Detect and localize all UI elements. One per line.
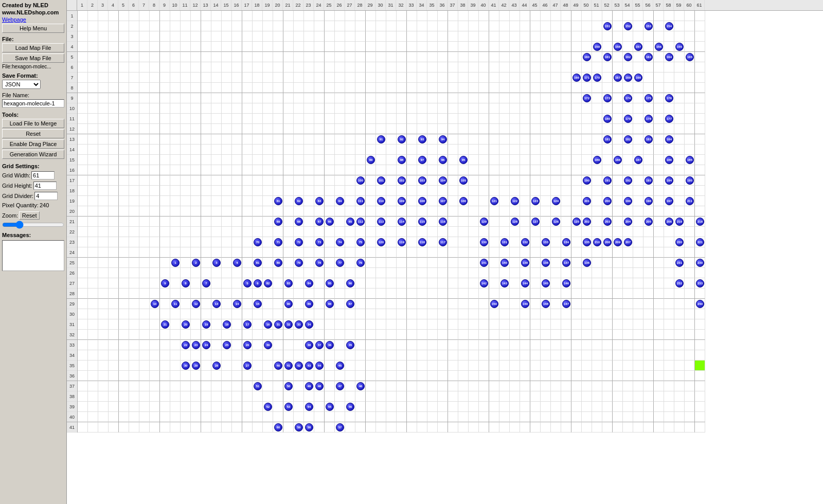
- cell-53-7[interactable]: 167: [613, 73, 623, 83]
- cell-28-15[interactable]: [355, 155, 366, 165]
- cell-10-28[interactable]: [170, 289, 181, 299]
- cell-41-2[interactable]: [489, 21, 499, 31]
- cell-35-10[interactable]: [427, 103, 438, 114]
- cell-54-40[interactable]: [623, 412, 633, 422]
- cell-3-20[interactable]: [98, 206, 109, 217]
- cell-43-7[interactable]: [510, 73, 520, 83]
- cell-46-2[interactable]: [541, 21, 551, 31]
- cell-20-18[interactable]: [273, 186, 283, 196]
- cell-24-37[interactable]: 48: [314, 381, 325, 391]
- cell-37-4[interactable]: [448, 42, 458, 52]
- cell-58-29[interactable]: [664, 299, 674, 309]
- cell-43-6[interactable]: [510, 62, 520, 73]
- cell-44-29[interactable]: 149: [520, 299, 530, 309]
- cell-21-41[interactable]: [283, 422, 294, 433]
- cell-14-2[interactable]: [211, 21, 222, 31]
- cell-12-1[interactable]: [191, 11, 201, 21]
- led-78[interactable]: 78: [315, 259, 324, 267]
- cell-12-12[interactable]: [191, 124, 201, 134]
- cell-8-12[interactable]: [150, 124, 160, 134]
- cell-12-27[interactable]: [191, 278, 201, 289]
- cell-52-3[interactable]: [602, 31, 613, 42]
- cell-37-22[interactable]: [448, 227, 458, 237]
- cell-47-18[interactable]: [551, 186, 561, 196]
- cell-36-21[interactable]: 116: [438, 217, 448, 227]
- cell-58-5[interactable]: 164: [664, 52, 674, 62]
- cell-48-4[interactable]: [561, 42, 571, 52]
- cell-25-6[interactable]: [325, 62, 335, 73]
- cell-20-28[interactable]: [273, 289, 283, 299]
- cell-3-40[interactable]: [98, 412, 109, 422]
- cell-33-22[interactable]: [407, 227, 417, 237]
- cell-43-24[interactable]: [510, 247, 520, 258]
- cell-53-19[interactable]: [613, 196, 623, 206]
- cell-44-26[interactable]: [520, 268, 530, 278]
- cell-15-12[interactable]: [222, 124, 232, 134]
- cell-14-37[interactable]: [211, 381, 222, 391]
- cell-12-30[interactable]: [191, 309, 201, 319]
- cell-18-38[interactable]: [253, 391, 263, 402]
- cell-56-37[interactable]: [643, 381, 654, 391]
- cell-18-25[interactable]: 81: [253, 258, 263, 268]
- led-54[interactable]: 54: [305, 403, 313, 411]
- cell-3-3[interactable]: [98, 31, 109, 42]
- cell-24-23[interactable]: 73: [314, 237, 325, 247]
- cell-28-38[interactable]: [355, 391, 366, 402]
- cell-16-21[interactable]: [232, 217, 242, 227]
- cell-35-14[interactable]: [427, 145, 438, 155]
- cell-38-32[interactable]: [458, 330, 469, 340]
- cell-55-33[interactable]: [633, 340, 643, 350]
- cell-49-29[interactable]: [571, 299, 582, 309]
- cell-29-7[interactable]: [366, 73, 376, 83]
- cell-57-19[interactable]: [654, 196, 664, 206]
- cell-59-15[interactable]: [674, 155, 685, 165]
- cell-54-31[interactable]: [623, 319, 633, 330]
- led-112[interactable]: 112: [356, 218, 365, 226]
- cell-36-4[interactable]: [438, 42, 448, 52]
- cell-32-26[interactable]: [397, 268, 407, 278]
- cell-33-7[interactable]: [407, 73, 417, 83]
- cell-57-21[interactable]: [654, 217, 664, 227]
- cell-24-31[interactable]: [314, 319, 325, 330]
- cell-33-5[interactable]: [407, 52, 417, 62]
- cell-46-9[interactable]: [541, 93, 551, 103]
- cell-11-34[interactable]: [181, 350, 191, 361]
- cell-9-3[interactable]: [160, 31, 170, 42]
- cell-23-9[interactable]: [304, 93, 314, 103]
- cell-59-19[interactable]: [674, 196, 685, 206]
- cell-61-34[interactable]: [695, 350, 705, 361]
- cell-12-3[interactable]: [191, 31, 201, 42]
- cell-49-13[interactable]: [571, 134, 582, 145]
- cell-6-24[interactable]: [129, 247, 139, 258]
- cell-55-16[interactable]: [633, 165, 643, 175]
- cell-18-28[interactable]: [253, 289, 263, 299]
- cell-17-31[interactable]: 17: [242, 319, 253, 330]
- cell-52-15[interactable]: [602, 155, 613, 165]
- cell-52-7[interactable]: [602, 73, 613, 83]
- cell-12-39[interactable]: [191, 402, 201, 412]
- cell-46-17[interactable]: [541, 175, 551, 186]
- cell-34-4[interactable]: [417, 42, 427, 52]
- cell-3-41[interactable]: [98, 422, 109, 433]
- cell-50-1[interactable]: [582, 11, 592, 21]
- cell-36-10[interactable]: [438, 103, 448, 114]
- cell-60-30[interactable]: [685, 309, 695, 319]
- cell-15-38[interactable]: [222, 391, 232, 402]
- cell-7-41[interactable]: [139, 422, 150, 433]
- led-96[interactable]: 96: [439, 156, 447, 164]
- cell-15-8[interactable]: [222, 83, 232, 93]
- cell-49-32[interactable]: [571, 330, 582, 340]
- cell-35-32[interactable]: [427, 330, 438, 340]
- cell-25-10[interactable]: [325, 103, 335, 114]
- cell-19-25[interactable]: [263, 258, 273, 268]
- cell-29-22[interactable]: [366, 227, 376, 237]
- cell-29-20[interactable]: [366, 206, 376, 217]
- cell-23-17[interactable]: [304, 175, 314, 186]
- cell-19-21[interactable]: [263, 217, 273, 227]
- cell-40-12[interactable]: [479, 124, 489, 134]
- cell-4-34[interactable]: [109, 350, 119, 361]
- cell-10-7[interactable]: [170, 73, 181, 83]
- cell-56-28[interactable]: [643, 289, 654, 299]
- cell-39-28[interactable]: [469, 289, 479, 299]
- cell-33-8[interactable]: [407, 83, 417, 93]
